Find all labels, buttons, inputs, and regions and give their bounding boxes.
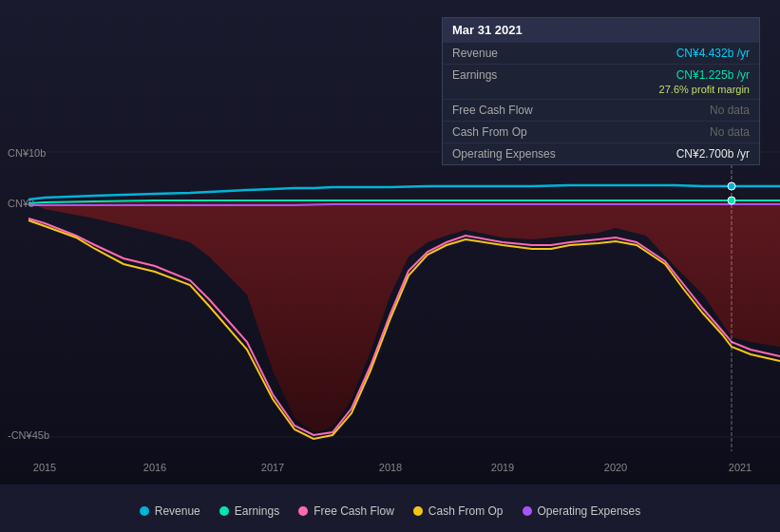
x-label-2016: 2016 [143,462,166,473]
tooltip-row-earnings: Earnings CN¥1.225b /yr 27.6% profit marg… [443,64,759,99]
legend-dot-freecashflow [298,506,308,516]
legend-dot-revenue [140,506,149,516]
x-label-2020: 2020 [604,462,627,473]
legend-dot-cashfromop [413,506,423,516]
x-label-2019: 2019 [491,462,514,473]
y-label-top: CN¥10b [8,147,46,159]
legend-opex: Operating Expenses [523,504,641,518]
x-label-2017: 2017 [261,462,284,473]
svg-point-6 [728,197,735,204]
tooltip-label-revenue: Revenue [452,47,601,60]
legend-dot-opex [523,506,532,516]
tooltip-value-cashfromop: No data [601,125,751,139]
chart-container: CN¥10b CN¥0 -CN¥45b 2015 2016 2017 2018 … [0,0,780,532]
tooltip-value-revenue: CN¥4.432b /yr [601,47,751,60]
tooltip-value-opex: CN¥2.700b /yr [601,147,751,161]
tooltip-label-opex: Operating Expenses [452,147,601,161]
tooltip-title: Mar 31 2021 [443,18,759,42]
chart-legend: Revenue Earnings Free Cash Flow Cash Fro… [0,504,780,518]
tooltip-value-freecashflow: No data [601,104,751,117]
legend-revenue: Revenue [140,504,200,518]
legend-label-cashfromop: Cash From Op [428,504,504,518]
tooltip-row-cashfromop: Cash From Op No data [443,121,759,142]
legend-cashfromop: Cash From Op [413,504,504,518]
legend-label-revenue: Revenue [155,504,200,518]
legend-label-freecashflow: Free Cash Flow [314,504,394,518]
svg-point-5 [728,182,735,190]
tooltip-profit-margin: 27.6% profit margin [659,84,750,95]
tooltip-label-cashfromop: Cash From Op [452,125,601,139]
legend-freecashflow: Free Cash Flow [298,504,394,518]
y-label-zero: CN¥0 [8,198,34,209]
x-label-2018: 2018 [379,462,402,473]
legend-label-opex: Operating Expenses [538,504,641,518]
tooltip-label-freecashflow: Free Cash Flow [452,104,601,117]
tooltip-value-earnings: CN¥1.225b /yr [659,68,750,82]
legend-label-earnings: Earnings [235,504,279,518]
tooltip-row-opex: Operating Expenses CN¥2.700b /yr [443,142,759,164]
x-label-2015: 2015 [33,462,56,473]
x-label-2021: 2021 [729,462,751,473]
tooltip-row-freecashflow: Free Cash Flow No data [443,99,759,121]
tooltip-label-earnings: Earnings [452,68,659,82]
legend-earnings: Earnings [219,504,279,518]
legend-dot-earnings [219,506,229,516]
tooltip-box: Mar 31 2021 Revenue CN¥4.432b /yr Earnin… [442,17,760,165]
tooltip-row-revenue: Revenue CN¥4.432b /yr [443,42,759,64]
y-label-bottom: -CN¥45b [8,429,49,441]
